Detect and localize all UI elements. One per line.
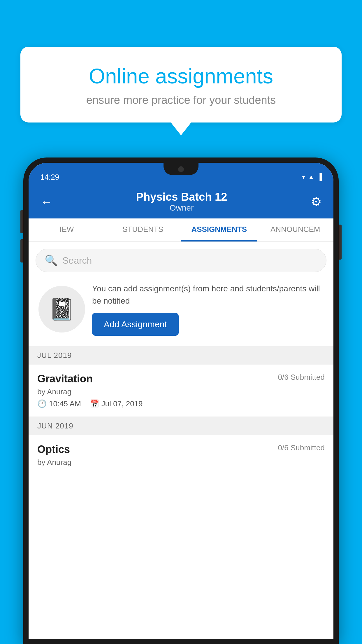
assignment-optics-by: by Anurag	[37, 458, 325, 467]
search-icon: 🔍	[45, 254, 58, 267]
tab-students[interactable]: STUDENTS	[105, 218, 181, 242]
camera	[178, 166, 184, 172]
info-text-area: You can add assignment(s) from here and …	[92, 283, 324, 336]
section-jul-2019: JUL 2019	[29, 346, 333, 365]
assignment-optics[interactable]: Optics 0/6 Submitted by Anurag	[29, 435, 333, 478]
app-header: ← Physics Batch 12 Owner ⚙	[29, 186, 333, 218]
gravitation-date-value: Jul 07, 2019	[101, 399, 143, 408]
assignment-gravitation-top: Gravitation 0/6 Submitted	[37, 373, 325, 385]
gravitation-time-value: 10:45 AM	[49, 399, 81, 408]
tab-announcements[interactable]: ANNOUNCEM	[257, 218, 334, 242]
notebook-icon: 📓	[49, 297, 75, 322]
assignment-gravitation-name: Gravitation	[37, 373, 93, 385]
calendar-icon: 📅	[90, 399, 99, 408]
assignment-gravitation-meta: 🕐 10:45 AM 📅 Jul 07, 2019	[37, 399, 325, 408]
info-card: 📓 You can add assignment(s) from here an…	[36, 277, 326, 342]
search-placeholder: Search	[62, 255, 92, 266]
notch	[164, 163, 198, 175]
section-jun-2019: JUN 2019	[29, 417, 333, 435]
battery-icon: ▐	[317, 173, 322, 181]
status-time: 14:29	[40, 173, 59, 182]
clock-icon: 🕐	[37, 399, 47, 408]
status-bar: 14:29 ▾ ▲ ▐	[29, 163, 333, 186]
header-subtitle: Owner	[136, 203, 227, 213]
assignment-optics-submitted: 0/6 Submitted	[278, 443, 325, 452]
assignment-gravitation-submitted: 0/6 Submitted	[278, 373, 325, 382]
status-icons: ▾ ▲ ▐	[302, 173, 322, 181]
assignment-gravitation-time: 🕐 10:45 AM	[37, 399, 81, 408]
bubble-subtitle: ensure more practice for your students	[41, 94, 321, 106]
back-button[interactable]: ←	[40, 195, 52, 209]
content-area: 🔍 Search 📓 You can add assignment(s) fro…	[29, 242, 333, 639]
phone-screen: 14:29 ▾ ▲ ▐ ← Physics Batch 12 Owner ⚙ I…	[29, 163, 333, 639]
volume-down-button	[20, 239, 23, 262]
settings-icon[interactable]: ⚙	[311, 195, 322, 209]
tabs-bar: IEW STUDENTS ASSIGNMENTS ANNOUNCEM	[29, 218, 333, 242]
speech-bubble: Online assignments ensure more practice …	[20, 47, 342, 123]
assignment-gravitation-by: by Anurag	[37, 387, 325, 396]
wifi-icon: ▾	[302, 173, 305, 181]
add-assignment-button[interactable]: Add Assignment	[92, 313, 179, 336]
assignment-gravitation-date: 📅 Jul 07, 2019	[90, 399, 143, 408]
assignment-icon-circle: 📓	[38, 286, 85, 332]
phone-frame: 14:29 ▾ ▲ ▐ ← Physics Batch 12 Owner ⚙ I…	[23, 158, 339, 644]
assignment-optics-top: Optics 0/6 Submitted	[37, 443, 325, 456]
volume-up-button	[20, 210, 23, 233]
power-button	[339, 225, 342, 260]
header-title: Physics Batch 12	[136, 191, 227, 203]
assignment-optics-name: Optics	[37, 443, 70, 456]
signal-icon: ▲	[308, 173, 314, 181]
tab-iew[interactable]: IEW	[29, 218, 105, 242]
tab-assignments[interactable]: ASSIGNMENTS	[181, 218, 257, 242]
assignment-gravitation[interactable]: Gravitation 0/6 Submitted by Anurag 🕐 10…	[29, 365, 333, 417]
speech-bubble-container: Online assignments ensure more practice …	[20, 47, 342, 123]
info-description: You can add assignment(s) from here and …	[92, 283, 324, 307]
header-center: Physics Batch 12 Owner	[136, 191, 227, 213]
search-bar[interactable]: 🔍 Search	[36, 249, 326, 272]
bubble-title: Online assignments	[41, 64, 321, 88]
